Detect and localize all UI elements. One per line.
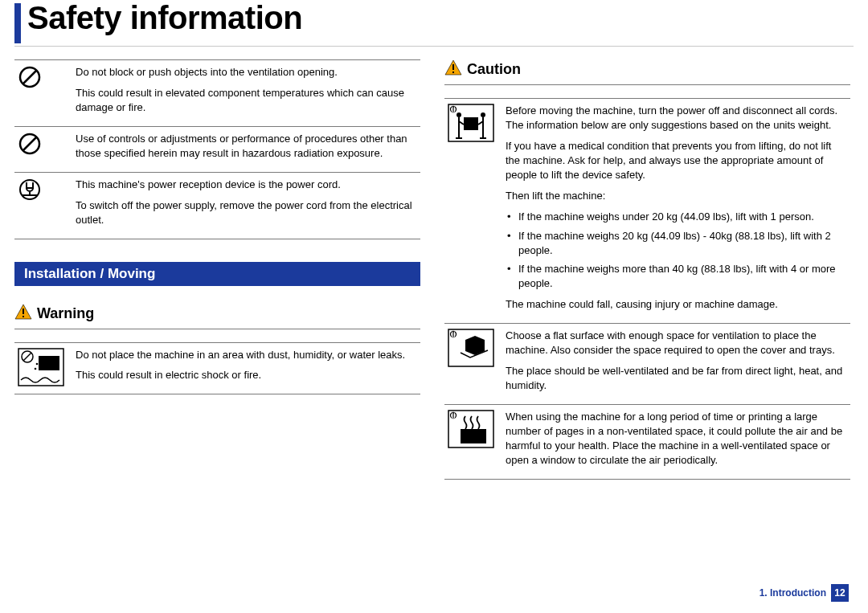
table-row: This machine's power reception device is… (14, 172, 420, 239)
accent-bar (14, 3, 21, 43)
heat-waves-icon (444, 405, 501, 480)
paragraph: Use of controls or adjustments or perfor… (76, 132, 416, 161)
footer-label: 1. Introduction (760, 587, 826, 599)
left-column: Do not block or push objects into the ve… (14, 59, 420, 480)
warning-heading: Warning (14, 304, 420, 324)
page-title: Safety information (27, 0, 302, 36)
svg-rect-6 (23, 309, 24, 314)
svg-rect-15 (452, 72, 454, 73)
svg-line-1 (23, 71, 36, 84)
warning-divider (14, 329, 420, 329)
paragraph: When using the machine for a long period… (506, 410, 845, 468)
paragraph: Do not place the machine in an area with… (76, 348, 416, 362)
paragraph: The machine could fall, causing injury o… (506, 297, 845, 312)
right-column: Caution (444, 59, 850, 480)
caution-table: Before moving the machine, turn the powe… (444, 98, 850, 480)
caution-label: Caution (467, 61, 521, 78)
cell-text: This machine's power reception device is… (71, 172, 420, 239)
table-row: Do not place the machine in an area with… (14, 342, 420, 394)
plug-icon (14, 172, 71, 239)
paragraph: To switch off the power supply, remove t… (76, 198, 416, 227)
cell-text: When using the machine for a long period… (501, 405, 850, 480)
svg-point-12 (36, 362, 39, 365)
prohibit-icon (14, 60, 71, 127)
list-item: If the machine weighs more than 40 kg (8… (506, 262, 845, 291)
warning-table: Do not place the machine in an area with… (14, 342, 420, 395)
cell-text: Do not block or push objects into the ve… (71, 60, 420, 127)
cell-text: Do not place the machine in an area with… (71, 342, 420, 394)
svg-point-4 (20, 180, 39, 199)
svg-rect-14 (452, 64, 454, 70)
list-item: If the machine weighs under 20 kg (44.09… (506, 210, 845, 224)
header-divider (14, 46, 854, 47)
svg-rect-34 (461, 429, 486, 443)
box-surface-icon (444, 324, 501, 405)
table-row: Use of controls or adjustments or perfor… (14, 126, 420, 172)
table-row: Do not block or push objects into the ve… (14, 60, 420, 127)
paragraph: Then lift the machine: (506, 189, 845, 203)
two-lift-icon (444, 99, 501, 324)
page-number: 12 (831, 584, 849, 602)
section-heading: Installation / Moving (14, 262, 420, 286)
page-header: Safety information (14, 0, 854, 43)
warning-label: Warning (37, 305, 94, 322)
svg-rect-23 (464, 117, 478, 130)
cell-text: Use of controls or adjustments or perfor… (71, 126, 420, 172)
no-water-icon (14, 342, 71, 394)
paragraph: Choose a flat surface with enough space … (506, 329, 845, 358)
paragraph: The place should be well-ventilated and … (506, 364, 845, 393)
caution-divider (444, 84, 850, 85)
caution-icon (444, 59, 462, 80)
cell-text: Before moving the machine, turn the powe… (501, 99, 850, 324)
paragraph: Do not block or push objects into the ve… (76, 65, 416, 80)
list-item: If the machine weighs 20 kg (44.09 lbs) … (506, 229, 845, 258)
svg-rect-7 (23, 316, 24, 317)
main-columns: Do not block or push objects into the ve… (14, 59, 854, 480)
page-footer: 1. Introduction 12 (760, 584, 849, 602)
paragraph: If you have a medical condition that pre… (506, 139, 845, 182)
cell-text: Choose a flat surface with enough space … (501, 324, 850, 405)
svg-point-21 (457, 112, 461, 117)
caution-heading: Caution (444, 59, 850, 80)
warning-icon (14, 304, 32, 324)
paragraph: This machine's power reception device is… (76, 178, 416, 192)
svg-point-22 (481, 112, 485, 117)
svg-point-13 (35, 367, 37, 370)
svg-line-10 (23, 353, 31, 361)
prohibit-icon (14, 126, 71, 172)
svg-rect-11 (39, 356, 59, 370)
table-row: Before moving the machine, turn the powe… (444, 99, 850, 324)
paragraph: This could result in electric shock or f… (76, 368, 416, 382)
table-row: When using the machine for a long period… (444, 405, 850, 480)
paragraph: Before moving the machine, turn the powe… (506, 104, 845, 133)
safety-table: Do not block or push objects into the ve… (14, 59, 420, 239)
table-row: Choose a flat surface with enough space … (444, 324, 850, 405)
paragraph: This could result in elevated component … (76, 86, 416, 115)
bullet-list: If the machine weighs under 20 kg (44.09… (506, 210, 845, 292)
svg-line-3 (23, 137, 36, 150)
